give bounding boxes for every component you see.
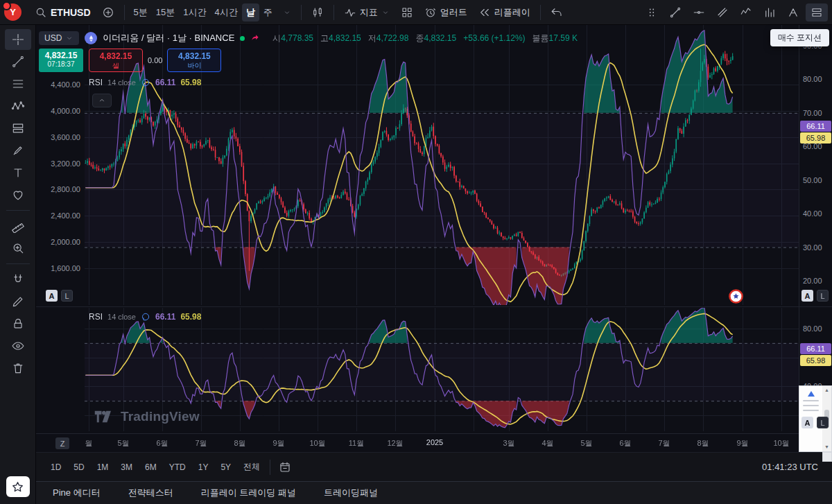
- indicators-label: 지표: [360, 6, 378, 19]
- z-badge[interactable]: Z: [55, 437, 69, 449]
- open-label: 시: [272, 33, 281, 43]
- log-scale-button[interactable]: L: [61, 290, 73, 302]
- auto-scale-button-sub[interactable]: A: [801, 417, 813, 428]
- bars-pattern-icon[interactable]: [759, 3, 781, 21]
- fib-retracement-tool[interactable]: [5, 73, 31, 94]
- time-label: 7월: [658, 438, 670, 449]
- trend-line-tool[interactable]: [5, 51, 31, 72]
- trend-tool-icon[interactable]: [664, 3, 686, 21]
- rsi-legend-main[interactable]: RSI 14 close 66.11 65.98: [89, 78, 201, 87]
- alert-label: 얼러트: [440, 6, 467, 19]
- interval-1시간[interactable]: 1시간: [179, 3, 210, 21]
- wave-pattern-icon[interactable]: [735, 3, 757, 21]
- rsi-ma-badge: 65.98: [800, 132, 831, 144]
- rsi-ma-badge-sub: 65.98: [800, 355, 831, 366]
- rsi-scale-axis[interactable]: 66.11 65.98 66.11 65.98 90.0080.0070.006…: [799, 25, 832, 433]
- scroll-down-icon[interactable]: ▼: [824, 444, 829, 450]
- drag-handle-icon[interactable]: [641, 3, 663, 21]
- clock-timezone[interactable]: 01:41:23 UTC: [762, 462, 824, 472]
- range-5Y[interactable]: 5Y: [214, 460, 237, 475]
- price-tick: 2,000.00: [51, 237, 80, 247]
- collapse-legend-button[interactable]: [92, 94, 112, 107]
- user-avatar[interactable]: Y: [4, 3, 21, 21]
- long-position-tool-icon[interactable]: [806, 3, 828, 21]
- chart-type-button[interactable]: [306, 3, 329, 21]
- favorites-star-button[interactable]: [6, 476, 30, 497]
- range-YTD[interactable]: YTD: [163, 460, 192, 475]
- time-label: 2025: [426, 438, 443, 446]
- symbol-search-button[interactable]: ETHUSD: [30, 3, 96, 21]
- range-5D[interactable]: 5D: [67, 460, 90, 475]
- replay-button[interactable]: 리플레이: [474, 3, 535, 21]
- range-1M[interactable]: 1M: [91, 460, 115, 475]
- tab-트레이딩패널[interactable]: 트레이딩패널: [324, 487, 378, 499]
- sell-button[interactable]: 4,832.15 셀: [89, 49, 143, 72]
- symbol-title[interactable]: 이더리움 / 달러 · 1날 · BINANCE: [103, 32, 234, 44]
- divider: [6, 263, 30, 264]
- pane-divider[interactable]: [36, 306, 832, 307]
- low-label: 저: [368, 33, 376, 43]
- event-marker-icon[interactable]: [728, 288, 744, 304]
- range-3M[interactable]: 3M: [114, 460, 139, 475]
- time-label: 10월: [309, 438, 325, 449]
- buy-button[interactable]: 4,832.15 바이: [167, 49, 221, 72]
- goto-date-button[interactable]: [274, 458, 296, 476]
- log-scale-button-right[interactable]: L: [817, 290, 829, 302]
- lock-all-tool[interactable]: [5, 313, 31, 334]
- undo-button[interactable]: [546, 3, 568, 21]
- range-6M[interactable]: 6M: [139, 460, 163, 475]
- quick-share-icon[interactable]: [250, 33, 260, 43]
- auto-scale-button[interactable]: A: [46, 290, 58, 302]
- interval-4시간[interactable]: 4시간: [211, 3, 242, 21]
- horizontal-line-tool-icon[interactable]: [688, 3, 710, 21]
- rsi-legend-sub[interactable]: RSI 14 close 66.11 65.98: [89, 312, 201, 322]
- range-1Y[interactable]: 1Y: [192, 460, 215, 475]
- sync-icon[interactable]: [141, 312, 150, 322]
- time-label: 7월: [195, 438, 207, 449]
- separator: [540, 5, 541, 20]
- xabcd-pattern-tool[interactable]: [5, 96, 31, 116]
- interval-날[interactable]: 날: [242, 3, 259, 21]
- scroll-up-icon[interactable]: ▲: [824, 388, 829, 393]
- interval-dropdown[interactable]: [278, 6, 296, 19]
- log-scale-button-sub[interactable]: L: [817, 417, 829, 428]
- range-1D[interactable]: 1D: [44, 460, 67, 475]
- alert-button[interactable]: 얼러트: [419, 3, 472, 21]
- draw-mode-tool[interactable]: [5, 291, 31, 312]
- tab-전략테스터[interactable]: 전략테스터: [128, 487, 173, 499]
- range-전체[interactable]: 전체: [237, 458, 266, 476]
- drawing-toolbar: [0, 25, 36, 504]
- remove-all-tool[interactable]: [5, 358, 31, 379]
- crosshair-tool[interactable]: [5, 29, 31, 50]
- magnet-tool[interactable]: [5, 269, 31, 290]
- currency-selector[interactable]: USD: [39, 31, 79, 45]
- layout-grid-button[interactable]: [396, 3, 418, 21]
- rsi-tick-main: 80.00: [803, 74, 822, 84]
- hide-all-tool[interactable]: [5, 336, 31, 356]
- price-tick: 1,600.00: [51, 263, 80, 273]
- text-tool[interactable]: [5, 162, 31, 183]
- time-label: 월: [85, 438, 93, 449]
- watermark-text: TradingView: [121, 409, 200, 424]
- interval-5분[interactable]: 5분: [130, 3, 152, 21]
- indicators-button[interactable]: 지표: [339, 3, 395, 21]
- parallel-channel-icon[interactable]: [711, 3, 734, 21]
- measure-tool[interactable]: [5, 216, 31, 236]
- compare-add-button[interactable]: [97, 3, 119, 21]
- countdown-price-box[interactable]: 4,832.15 07:18:37: [39, 49, 83, 72]
- high-label: 고: [320, 33, 329, 43]
- grid-icon: [401, 6, 413, 19]
- sync-icon[interactable]: [141, 78, 150, 87]
- time-axis[interactable]: Z 월5월6월7월8월9월10월11월12월20253월4월5월6월7월8월9월…: [36, 433, 832, 452]
- tab-리플레이 트레이딩 패널[interactable]: 리플레이 트레이딩 패널: [201, 487, 296, 499]
- annotation-tool-icon[interactable]: [782, 3, 804, 21]
- long-short-position-tool[interactable]: [5, 118, 31, 139]
- tab-Pine 에디터[interactable]: Pine 에디터: [53, 487, 101, 499]
- auto-scale-button-right[interactable]: A: [801, 290, 813, 302]
- brush-tool[interactable]: [5, 140, 31, 161]
- time-label: 6월: [156, 438, 168, 449]
- emoji-tool[interactable]: [5, 184, 31, 205]
- zoom-in-tool[interactable]: [5, 238, 31, 259]
- interval-15분[interactable]: 15분: [152, 3, 179, 21]
- interval-주[interactable]: 주: [259, 3, 277, 21]
